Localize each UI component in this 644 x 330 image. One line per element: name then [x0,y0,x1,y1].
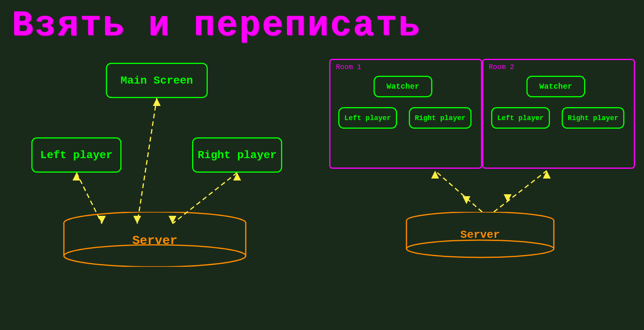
room1-left-player-label: Left player [345,114,391,122]
svg-marker-14 [233,173,241,180]
room2-left-player-label: Left player [497,114,544,122]
room2-label: Room 2 [489,63,514,71]
server-cylinder: Server [63,212,247,267]
main-diagram: Main Screen Left player Right player Ser… [0,59,644,330]
svg-line-24 [494,171,547,212]
svg-marker-22 [463,196,470,204]
room1-label: Room 1 [336,63,361,71]
svg-point-19 [406,240,554,257]
svg-point-4 [64,245,246,267]
svg-marker-8 [73,173,80,180]
right-player-label: Right player [198,149,277,161]
svg-text:Server: Server [461,229,500,241]
main-screen-label: Main Screen [121,75,193,87]
left-diagram: Main Screen Left player Right player Ser… [24,59,298,294]
svg-marker-23 [431,171,439,179]
main-screen-box: Main Screen [106,63,208,98]
svg-marker-25 [543,171,551,179]
page-title: Взять и переписать [0,0,644,47]
room1-watcher-box: Watcher [374,76,432,97]
room1-right-player-box: Right player [409,107,472,129]
svg-marker-26 [504,194,512,202]
room1-left-player-box: Left player [338,107,397,129]
svg-marker-11 [153,98,161,106]
svg-line-9 [137,98,157,224]
svg-line-21 [435,171,482,212]
right-server-cylinder: Server [406,212,555,259]
svg-text:Server: Server [132,233,177,248]
left-player-label: Left player [40,149,113,161]
room1-watcher-label: Watcher [386,82,419,91]
room2-watcher-box: Watcher [526,76,585,97]
room2-watcher-label: Watcher [539,82,572,91]
right-diagram: Room 1 Watcher Left player Right player … [329,59,635,294]
room2-box: Room 2 Watcher Left player Right player [482,59,635,169]
room2-left-player-box: Left player [491,107,550,129]
left-player-box: Left player [31,137,122,173]
room2-right-player-label: Right player [568,114,619,122]
right-player-box: Right player [192,137,282,173]
room1-right-player-label: Right player [415,114,466,122]
room2-right-player-box: Right player [562,107,624,129]
room1-box: Room 1 Watcher Left player Right player [329,59,482,169]
